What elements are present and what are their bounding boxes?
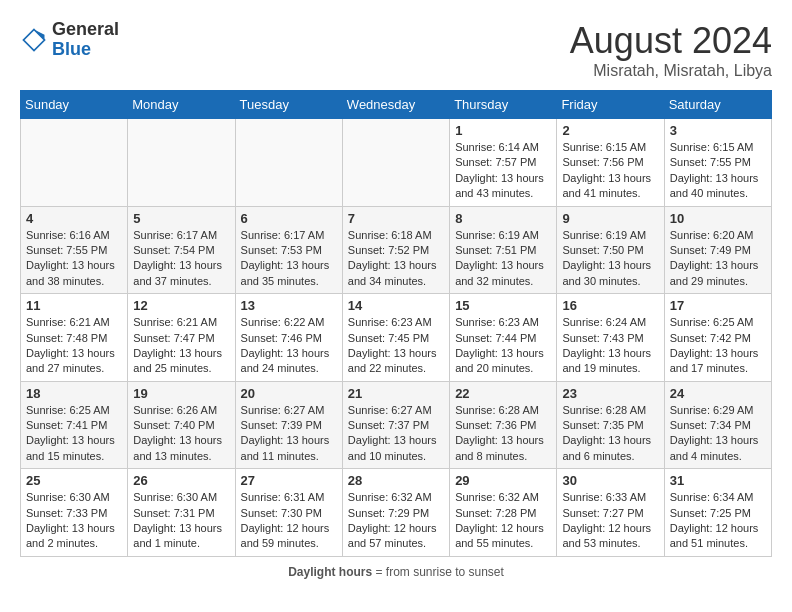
calendar-day-cell: 19Sunrise: 6:26 AM Sunset: 7:40 PM Dayli… xyxy=(128,381,235,469)
day-number: 27 xyxy=(241,473,337,488)
day-number: 5 xyxy=(133,211,229,226)
calendar-week-row: 25Sunrise: 6:30 AM Sunset: 7:33 PM Dayli… xyxy=(21,469,772,557)
calendar-day-cell: 2Sunrise: 6:15 AM Sunset: 7:56 PM Daylig… xyxy=(557,119,664,207)
calendar-day-header: Saturday xyxy=(664,91,771,119)
day-number: 4 xyxy=(26,211,122,226)
calendar-day-cell xyxy=(342,119,449,207)
day-info: Sunrise: 6:31 AM Sunset: 7:30 PM Dayligh… xyxy=(241,490,337,552)
page-header: General Blue August 2024 Misratah, Misra… xyxy=(20,20,772,80)
svg-marker-1 xyxy=(34,29,45,40)
calendar-day-header: Tuesday xyxy=(235,91,342,119)
calendar-day-cell: 15Sunrise: 6:23 AM Sunset: 7:44 PM Dayli… xyxy=(450,294,557,382)
calendar-day-cell: 5Sunrise: 6:17 AM Sunset: 7:54 PM Daylig… xyxy=(128,206,235,294)
day-number: 25 xyxy=(26,473,122,488)
calendar-day-cell: 12Sunrise: 6:21 AM Sunset: 7:47 PM Dayli… xyxy=(128,294,235,382)
calendar-table: SundayMondayTuesdayWednesdayThursdayFrid… xyxy=(20,90,772,557)
logo-icon xyxy=(20,26,48,54)
calendar-day-cell: 8Sunrise: 6:19 AM Sunset: 7:51 PM Daylig… xyxy=(450,206,557,294)
day-info: Sunrise: 6:17 AM Sunset: 7:53 PM Dayligh… xyxy=(241,228,337,290)
calendar-day-cell: 27Sunrise: 6:31 AM Sunset: 7:30 PM Dayli… xyxy=(235,469,342,557)
day-info: Sunrise: 6:23 AM Sunset: 7:45 PM Dayligh… xyxy=(348,315,444,377)
day-info: Sunrise: 6:23 AM Sunset: 7:44 PM Dayligh… xyxy=(455,315,551,377)
day-info: Sunrise: 6:32 AM Sunset: 7:29 PM Dayligh… xyxy=(348,490,444,552)
day-info: Sunrise: 6:19 AM Sunset: 7:50 PM Dayligh… xyxy=(562,228,658,290)
day-info: Sunrise: 6:25 AM Sunset: 7:42 PM Dayligh… xyxy=(670,315,766,377)
calendar-day-header: Friday xyxy=(557,91,664,119)
calendar-day-cell: 3Sunrise: 6:15 AM Sunset: 7:55 PM Daylig… xyxy=(664,119,771,207)
calendar-day-cell: 4Sunrise: 6:16 AM Sunset: 7:55 PM Daylig… xyxy=(21,206,128,294)
calendar-day-header: Monday xyxy=(128,91,235,119)
day-number: 21 xyxy=(348,386,444,401)
calendar-day-cell: 10Sunrise: 6:20 AM Sunset: 7:49 PM Dayli… xyxy=(664,206,771,294)
location-subtitle: Misratah, Misratah, Libya xyxy=(570,62,772,80)
day-info: Sunrise: 6:29 AM Sunset: 7:34 PM Dayligh… xyxy=(670,403,766,465)
day-number: 6 xyxy=(241,211,337,226)
day-info: Sunrise: 6:27 AM Sunset: 7:37 PM Dayligh… xyxy=(348,403,444,465)
day-info: Sunrise: 6:17 AM Sunset: 7:54 PM Dayligh… xyxy=(133,228,229,290)
day-number: 30 xyxy=(562,473,658,488)
day-info: Sunrise: 6:34 AM Sunset: 7:25 PM Dayligh… xyxy=(670,490,766,552)
calendar-day-cell: 23Sunrise: 6:28 AM Sunset: 7:35 PM Dayli… xyxy=(557,381,664,469)
calendar-week-row: 1Sunrise: 6:14 AM Sunset: 7:57 PM Daylig… xyxy=(21,119,772,207)
day-number: 1 xyxy=(455,123,551,138)
day-number: 18 xyxy=(26,386,122,401)
day-info: Sunrise: 6:20 AM Sunset: 7:49 PM Dayligh… xyxy=(670,228,766,290)
calendar-day-cell xyxy=(235,119,342,207)
calendar-week-row: 18Sunrise: 6:25 AM Sunset: 7:41 PM Dayli… xyxy=(21,381,772,469)
day-number: 16 xyxy=(562,298,658,313)
day-number: 10 xyxy=(670,211,766,226)
calendar-day-cell: 17Sunrise: 6:25 AM Sunset: 7:42 PM Dayli… xyxy=(664,294,771,382)
day-number: 9 xyxy=(562,211,658,226)
day-number: 17 xyxy=(670,298,766,313)
day-info: Sunrise: 6:33 AM Sunset: 7:27 PM Dayligh… xyxy=(562,490,658,552)
day-info: Sunrise: 6:27 AM Sunset: 7:39 PM Dayligh… xyxy=(241,403,337,465)
calendar-header-row: SundayMondayTuesdayWednesdayThursdayFrid… xyxy=(21,91,772,119)
day-info: Sunrise: 6:30 AM Sunset: 7:31 PM Dayligh… xyxy=(133,490,229,552)
calendar-day-cell: 26Sunrise: 6:30 AM Sunset: 7:31 PM Dayli… xyxy=(128,469,235,557)
day-info: Sunrise: 6:28 AM Sunset: 7:36 PM Dayligh… xyxy=(455,403,551,465)
calendar-day-cell: 13Sunrise: 6:22 AM Sunset: 7:46 PM Dayli… xyxy=(235,294,342,382)
calendar-day-cell: 1Sunrise: 6:14 AM Sunset: 7:57 PM Daylig… xyxy=(450,119,557,207)
day-info: Sunrise: 6:18 AM Sunset: 7:52 PM Dayligh… xyxy=(348,228,444,290)
day-number: 13 xyxy=(241,298,337,313)
calendar-day-cell: 16Sunrise: 6:24 AM Sunset: 7:43 PM Dayli… xyxy=(557,294,664,382)
calendar-day-cell: 11Sunrise: 6:21 AM Sunset: 7:48 PM Dayli… xyxy=(21,294,128,382)
day-number: 19 xyxy=(133,386,229,401)
calendar-day-cell: 29Sunrise: 6:32 AM Sunset: 7:28 PM Dayli… xyxy=(450,469,557,557)
day-number: 3 xyxy=(670,123,766,138)
day-info: Sunrise: 6:15 AM Sunset: 7:56 PM Dayligh… xyxy=(562,140,658,202)
day-number: 22 xyxy=(455,386,551,401)
day-info: Sunrise: 6:30 AM Sunset: 7:33 PM Dayligh… xyxy=(26,490,122,552)
calendar-week-row: 4Sunrise: 6:16 AM Sunset: 7:55 PM Daylig… xyxy=(21,206,772,294)
calendar-day-cell: 7Sunrise: 6:18 AM Sunset: 7:52 PM Daylig… xyxy=(342,206,449,294)
day-info: Sunrise: 6:22 AM Sunset: 7:46 PM Dayligh… xyxy=(241,315,337,377)
day-info: Sunrise: 6:21 AM Sunset: 7:48 PM Dayligh… xyxy=(26,315,122,377)
calendar-day-cell: 6Sunrise: 6:17 AM Sunset: 7:53 PM Daylig… xyxy=(235,206,342,294)
day-info: Sunrise: 6:26 AM Sunset: 7:40 PM Dayligh… xyxy=(133,403,229,465)
calendar-day-header: Wednesday xyxy=(342,91,449,119)
day-number: 15 xyxy=(455,298,551,313)
day-info: Sunrise: 6:28 AM Sunset: 7:35 PM Dayligh… xyxy=(562,403,658,465)
calendar-day-cell: 25Sunrise: 6:30 AM Sunset: 7:33 PM Dayli… xyxy=(21,469,128,557)
calendar-week-row: 11Sunrise: 6:21 AM Sunset: 7:48 PM Dayli… xyxy=(21,294,772,382)
calendar-day-header: Thursday xyxy=(450,91,557,119)
day-info: Sunrise: 6:15 AM Sunset: 7:55 PM Dayligh… xyxy=(670,140,766,202)
calendar-day-cell: 30Sunrise: 6:33 AM Sunset: 7:27 PM Dayli… xyxy=(557,469,664,557)
day-info: Sunrise: 6:19 AM Sunset: 7:51 PM Dayligh… xyxy=(455,228,551,290)
day-info: Sunrise: 6:32 AM Sunset: 7:28 PM Dayligh… xyxy=(455,490,551,552)
calendar-day-cell xyxy=(128,119,235,207)
day-number: 28 xyxy=(348,473,444,488)
calendar-day-header: Sunday xyxy=(21,91,128,119)
day-number: 29 xyxy=(455,473,551,488)
day-info: Sunrise: 6:24 AM Sunset: 7:43 PM Dayligh… xyxy=(562,315,658,377)
day-number: 26 xyxy=(133,473,229,488)
day-info: Sunrise: 6:16 AM Sunset: 7:55 PM Dayligh… xyxy=(26,228,122,290)
calendar-day-cell: 14Sunrise: 6:23 AM Sunset: 7:45 PM Dayli… xyxy=(342,294,449,382)
day-number: 24 xyxy=(670,386,766,401)
day-number: 2 xyxy=(562,123,658,138)
day-info: Sunrise: 6:21 AM Sunset: 7:47 PM Dayligh… xyxy=(133,315,229,377)
calendar-day-cell: 18Sunrise: 6:25 AM Sunset: 7:41 PM Dayli… xyxy=(21,381,128,469)
title-section: August 2024 Misratah, Misratah, Libya xyxy=(570,20,772,80)
day-number: 20 xyxy=(241,386,337,401)
calendar-day-cell: 20Sunrise: 6:27 AM Sunset: 7:39 PM Dayli… xyxy=(235,381,342,469)
